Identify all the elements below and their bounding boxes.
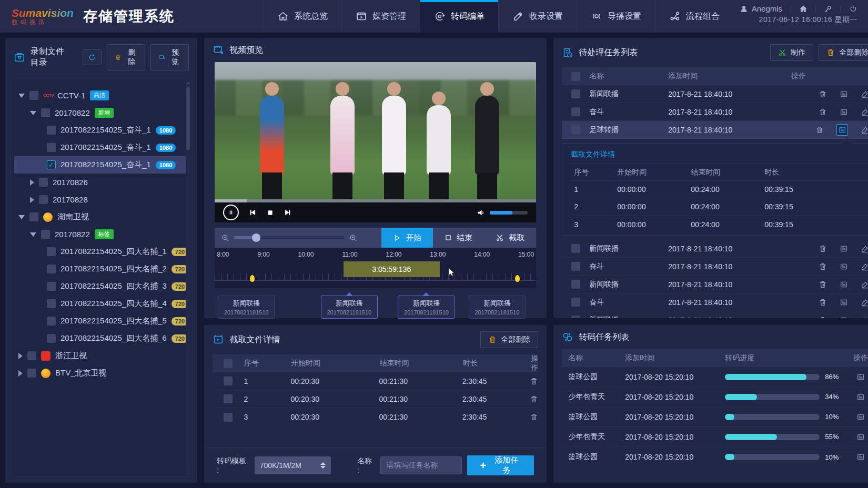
user-menu[interactable]: Anegmls	[740, 4, 782, 13]
transcode-row[interactable]: 少年包青天 2017-08-20 15:20:10 34%	[562, 387, 868, 407]
tree-item-date[interactable]: 20170822 新增	[14, 104, 188, 121]
checkbox[interactable]	[571, 280, 580, 289]
delete-button[interactable]: 删除	[107, 44, 145, 70]
pending-row[interactable]: 奋斗 2017-8-21 18:40:10	[562, 103, 868, 121]
trash-icon[interactable]	[819, 245, 827, 253]
detail-card-icon[interactable]	[840, 108, 848, 116]
add-task-button[interactable]: + 添加任务	[467, 455, 534, 475]
scroll-up-arrow[interactable]	[186, 82, 190, 84]
nav-media-management[interactable]: 媒资管理	[341, 0, 420, 33]
checkbox[interactable]	[571, 125, 580, 134]
checkbox[interactable]	[47, 126, 56, 135]
caret-open-icon[interactable]	[18, 215, 25, 219]
edit-icon[interactable]	[861, 126, 868, 134]
trash-icon[interactable]	[819, 280, 827, 289]
caret-open-icon[interactable]	[30, 232, 36, 237]
tree-item-btv[interactable]: BTV_北京卫视	[14, 364, 188, 382]
marker-pin[interactable]	[250, 275, 255, 282]
home-shortcut-icon[interactable]	[799, 5, 808, 13]
end-button[interactable]: 结束	[433, 228, 484, 248]
pending-row[interactable]: 新闻联播 2017-8-21 18:40:10	[562, 276, 868, 293]
select-all-checkbox[interactable]	[224, 359, 233, 368]
checkbox[interactable]	[29, 212, 38, 221]
transcode-row[interactable]: 少年包青天 2017-08-20 15:20:10 55%	[562, 427, 868, 447]
tree-item-zhejiang[interactable]: 浙江卫视	[14, 347, 188, 364]
edit-icon[interactable]	[861, 245, 868, 253]
trash-icon[interactable]	[815, 126, 824, 134]
checkbox[interactable]	[224, 413, 233, 422]
edit-icon[interactable]	[861, 316, 868, 319]
checkbox[interactable]	[27, 351, 36, 360]
trash-icon[interactable]	[530, 377, 538, 385]
caret-closed-icon[interactable]	[30, 179, 34, 186]
checkbox[interactable]	[41, 230, 50, 239]
checkbox[interactable]	[47, 334, 56, 343]
edit-icon[interactable]	[861, 90, 868, 98]
checkbox-checked[interactable]: ✓	[47, 160, 56, 169]
checkbox[interactable]	[571, 262, 580, 271]
checkbox[interactable]	[47, 265, 56, 273]
detail-card-icon[interactable]	[856, 413, 865, 421]
slider-thumb[interactable]	[252, 233, 260, 242]
volume-icon[interactable]	[477, 208, 486, 217]
trash-icon[interactable]	[530, 395, 538, 403]
detail-card-icon[interactable]	[840, 90, 848, 98]
power-icon[interactable]	[849, 5, 857, 13]
table-row[interactable]: 2 00:20:30 00:21:30 2:30:45	[213, 390, 538, 408]
checkbox[interactable]	[29, 91, 38, 100]
caret-open-icon[interactable]	[18, 94, 25, 98]
checkbox[interactable]	[571, 316, 580, 318]
checkbox[interactable]	[47, 247, 56, 256]
template-select[interactable]: 700K/1M/2M	[255, 456, 331, 474]
nav-system-overview[interactable]: 系统总览	[263, 0, 341, 33]
nav-flow-combination[interactable]: 流程组合	[655, 0, 733, 33]
transcode-row[interactable]: 篮球公园 2017-08-20 15:20:10 86%	[562, 367, 868, 387]
tree-item-file-selected[interactable]: ✓ 20170822154025_奋斗_1 1080	[14, 156, 188, 174]
checkbox[interactable]	[41, 108, 50, 117]
volume-slider[interactable]	[490, 211, 528, 215]
caret-open-icon[interactable]	[30, 111, 36, 115]
edit-icon[interactable]	[861, 262, 868, 271]
tree-item-file[interactable]: 20170822154025_奋斗_1 1080	[14, 139, 188, 156]
detail-card-icon[interactable]	[856, 433, 865, 441]
checkbox[interactable]	[571, 89, 580, 98]
task-name-input[interactable]: 请填写任务名称	[380, 456, 462, 474]
scrollbar-thumb[interactable]	[186, 87, 190, 150]
checkbox[interactable]	[571, 107, 580, 116]
nav-director-settings[interactable]: 导播设置	[577, 0, 655, 33]
pending-row[interactable]: 奋斗 2017-8-21 18:40:10	[562, 258, 868, 276]
pending-row-selected[interactable]: 足球转播 2017-8-21 18:40:10	[562, 121, 868, 139]
zoom-in-icon[interactable]	[349, 233, 358, 242]
pending-row[interactable]: 奋斗 2017-8-21 18:40:10	[562, 293, 868, 311]
caret-closed-icon[interactable]	[18, 353, 23, 359]
trash-icon[interactable]	[819, 298, 827, 307]
checkbox[interactable]	[571, 244, 580, 253]
table-row[interactable]: 1 00:20:30 00:21:30 2:30:45	[213, 372, 538, 390]
trash-icon[interactable]	[819, 262, 827, 271]
select-all-checkbox[interactable]	[571, 72, 580, 81]
zoom-out-icon[interactable]	[221, 233, 230, 242]
tree-item-file[interactable]: 20170822154025_四大名捕_1 720	[14, 243, 188, 260]
caret-closed-icon[interactable]	[30, 197, 34, 203]
delete-all-button[interactable]: 全部删除	[480, 331, 538, 348]
detail-card-icon[interactable]	[856, 373, 865, 381]
clip-chip[interactable]: 新闻联播 20170821181510	[321, 296, 378, 319]
pending-row[interactable]: 新闻联播 2017-8-21 18:40:10	[562, 85, 868, 103]
detail-card-icon[interactable]	[856, 393, 865, 401]
detail-card-icon-active[interactable]	[836, 124, 848, 136]
refresh-button[interactable]	[83, 49, 102, 65]
delete-all-button[interactable]: 全部删除	[819, 44, 868, 61]
start-button[interactable]: 开始	[381, 228, 433, 248]
checkbox[interactable]	[39, 195, 48, 204]
timeline-selection[interactable]: 3:05:59:136	[344, 261, 440, 277]
prev-frame-button[interactable]	[248, 208, 257, 217]
tree-item-file[interactable]: 20170822154025_四大名捕_6 720	[14, 330, 188, 347]
trash-icon[interactable]	[819, 316, 827, 319]
detail-card-icon[interactable]	[840, 262, 848, 271]
checkbox[interactable]	[47, 282, 56, 291]
nav-transcode-order[interactable]: 转码编单	[420, 0, 498, 33]
clip-chip[interactable]: 新闻联播 20170821181510	[218, 296, 275, 319]
tree-item-hunan[interactable]: 湖南卫视	[14, 208, 188, 226]
transcode-row[interactable]: 篮球公园 2017-08-20 15:20:10 10%	[562, 407, 868, 427]
tree-item-file[interactable]: 20170822154025_四大名捕_2 720	[14, 260, 188, 278]
